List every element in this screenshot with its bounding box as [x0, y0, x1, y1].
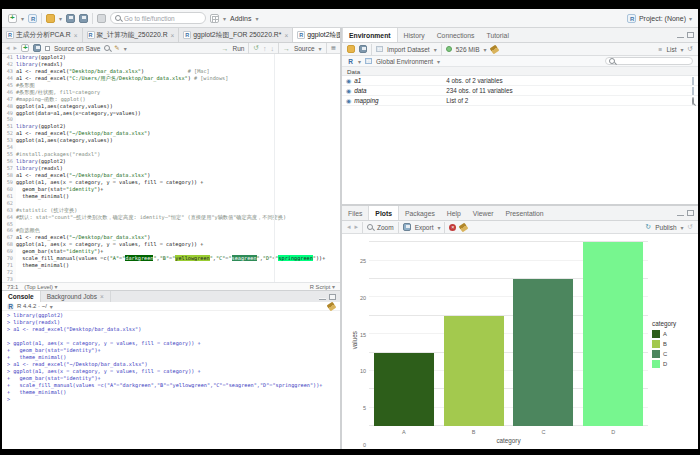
code-tools-icon[interactable]: ✎: [114, 44, 119, 52]
tab-packages[interactable]: Packages: [399, 206, 441, 220]
language-dropdown-icon[interactable]: ▾: [358, 58, 361, 65]
code-line[interactable]: 57library(readxl): [2, 165, 340, 172]
maximize-icon[interactable]: [687, 32, 694, 38]
tab-close-icon[interactable]: ×: [100, 293, 104, 300]
source-dropdown-icon[interactable]: ▾: [319, 45, 322, 52]
code-line[interactable]: 68ggplot(a1, aes(x = category, y = value…: [2, 241, 340, 248]
tab-viewer[interactable]: Viewer: [467, 206, 500, 220]
project-dropdown-icon[interactable]: ▾: [689, 15, 692, 22]
open-dropdown-icon[interactable]: ▾: [59, 15, 62, 22]
zoom-plot-button[interactable]: Zoom: [377, 224, 394, 231]
minimize-icon[interactable]: [677, 214, 684, 216]
save-doc-icon[interactable]: [33, 44, 41, 52]
save-workspace-icon[interactable]: [359, 45, 367, 53]
maximize-icon[interactable]: [687, 210, 694, 216]
code-editor[interactable]: 41library(ggplot2)42library(readxl)43a1 …: [2, 54, 340, 282]
code-line[interactable]: 65: [2, 221, 340, 228]
save-icon[interactable]: [66, 14, 75, 23]
console-tab[interactable]: Console: [2, 291, 41, 302]
editor-tab[interactable]: Rggplot2绘图_FOR 250220.R*×: [179, 28, 293, 42]
code-line[interactable]: 58a1 <- read_excel("~/Desktop/bar_data.x…: [2, 172, 340, 179]
export-dropdown-icon[interactable]: ▾: [437, 224, 440, 231]
find-icon[interactable]: [104, 45, 110, 51]
run-button[interactable]: Run: [233, 45, 245, 52]
expand-object-icon[interactable]: ◉: [346, 87, 351, 94]
tab-close-icon[interactable]: ×: [74, 32, 78, 39]
remove-plot-icon[interactable]: ×: [449, 224, 456, 231]
list-view-selector[interactable]: List: [666, 46, 676, 53]
scope-indicator[interactable]: (Top Level) ▾: [24, 283, 57, 290]
tab-connections[interactable]: Connections: [431, 28, 481, 42]
run-up-icon[interactable]: ↑: [263, 45, 267, 52]
code-line[interactable]: 55#install.packages("readxl"): [2, 151, 340, 158]
refresh-icon[interactable]: ↺: [688, 45, 693, 53]
source-button[interactable]: Source: [294, 45, 315, 52]
code-line[interactable]: 60 geom_bar(stat="identity")+: [2, 186, 340, 193]
project-menu[interactable]: Project: (None): [639, 15, 686, 22]
tab-history[interactable]: History: [398, 28, 431, 42]
publish-button[interactable]: Publish: [655, 224, 676, 231]
code-line[interactable]: 72: [2, 269, 340, 276]
editor-tab[interactable]: R聚_计算功能_250220.R×: [83, 28, 180, 42]
code-line[interactable]: 73: [2, 276, 340, 282]
tab-close-icon[interactable]: ×: [171, 32, 175, 39]
goto-file-box[interactable]: Go to file/function: [110, 12, 206, 24]
minimize-icon[interactable]: [677, 36, 684, 38]
code-line[interactable]: 61 theme_minimal(): [2, 193, 340, 200]
console-tab[interactable]: Background Jobs×: [41, 291, 111, 302]
panes-dropdown-icon[interactable]: ▾: [223, 15, 226, 22]
forward-icon[interactable]: ▸: [14, 44, 18, 52]
previous-plot-icon[interactable]: ◂: [347, 223, 351, 231]
environment-search-input[interactable]: [605, 57, 693, 65]
export-plot-button[interactable]: Export: [415, 224, 434, 231]
save-all-icon[interactable]: [79, 14, 88, 23]
code-line[interactable]: 67a1 <- read_excel("~/Desktop/bar_data.x…: [2, 234, 340, 241]
r-version-label[interactable]: R 4.4.2 · ~/: [17, 303, 47, 309]
clear-environment-icon[interactable]: [489, 44, 499, 54]
code-line[interactable]: 63#statistic (统计变换): [2, 207, 340, 214]
tab-files[interactable]: Files: [342, 206, 368, 220]
tab-environment[interactable]: Environment: [342, 28, 398, 42]
inspect-object-icon[interactable]: [692, 97, 694, 105]
publish-dropdown-icon[interactable]: ▾: [681, 224, 684, 231]
addins-dropdown-icon[interactable]: ▾: [255, 15, 258, 22]
scope-dropdown-icon[interactable]: ▾: [437, 58, 440, 65]
clear-plots-icon[interactable]: [459, 222, 469, 232]
editor-tab[interactable]: Rggplot2绘图.R*×: [293, 28, 340, 42]
memory-usage-label[interactable]: 526 MiB: [456, 46, 480, 53]
print-icon[interactable]: [97, 14, 106, 23]
maximize-icon[interactable]: [329, 294, 336, 300]
source-on-save-checkbox[interactable]: [45, 46, 50, 51]
new-file-icon[interactable]: [8, 14, 17, 23]
code-line[interactable]: 71 theme_minimal(): [2, 262, 340, 269]
open-file-icon[interactable]: [46, 14, 55, 23]
environment-object-row[interactable]: ◉data234 obs. of 11 variables: [342, 86, 698, 96]
clear-console-icon[interactable]: [327, 301, 337, 311]
code-tools-dropdown-icon[interactable]: ▾: [124, 45, 127, 52]
import-dataset-button[interactable]: Import Dataset: [387, 46, 430, 53]
tab-plots[interactable]: Plots: [368, 206, 399, 220]
code-line[interactable]: 45#条形图: [2, 82, 340, 89]
environment-object-row[interactable]: ◉a14 obs. of 2 variables: [342, 76, 698, 86]
run-down-icon[interactable]: ↓: [270, 45, 274, 52]
console-output[interactable]: > library(ggplot2)> library(readxl)> a1 …: [2, 311, 340, 449]
code-line[interactable]: 54: [2, 144, 340, 151]
code-line[interactable]: 51library(ggplot2): [2, 123, 340, 130]
code-line[interactable]: 52a1 <- read_excel("~/Desktop/bar_data.x…: [2, 130, 340, 137]
runtime-dropdown-icon[interactable]: ▾: [50, 303, 53, 310]
code-line[interactable]: 42library(readxl): [2, 61, 340, 68]
code-line[interactable]: 50: [2, 116, 340, 123]
code-line[interactable]: 43a1 <- read_excel("Desktop/bar_data.xls…: [2, 68, 340, 75]
load-workspace-icon[interactable]: [347, 45, 355, 53]
code-line[interactable]: 56library(ggplot2): [2, 158, 340, 165]
code-line[interactable]: 53ggplot(a1,aes(category,values)): [2, 137, 340, 144]
rerun-icon[interactable]: ↺: [253, 44, 258, 52]
code-line[interactable]: 66#自选颜色: [2, 227, 340, 234]
outline-icon[interactable]: ≣: [331, 44, 336, 52]
view-table-icon[interactable]: [692, 87, 694, 95]
environment-object-row[interactable]: ◉mappingList of 2: [342, 96, 698, 106]
code-line[interactable]: 49ggplot(data=a1,aes(x=category,y=values…: [2, 110, 340, 117]
new-file-dropdown-icon[interactable]: ▾: [21, 15, 24, 22]
code-line[interactable]: 41library(ggplot2): [2, 54, 340, 61]
popout-icon[interactable]: [21, 44, 29, 52]
